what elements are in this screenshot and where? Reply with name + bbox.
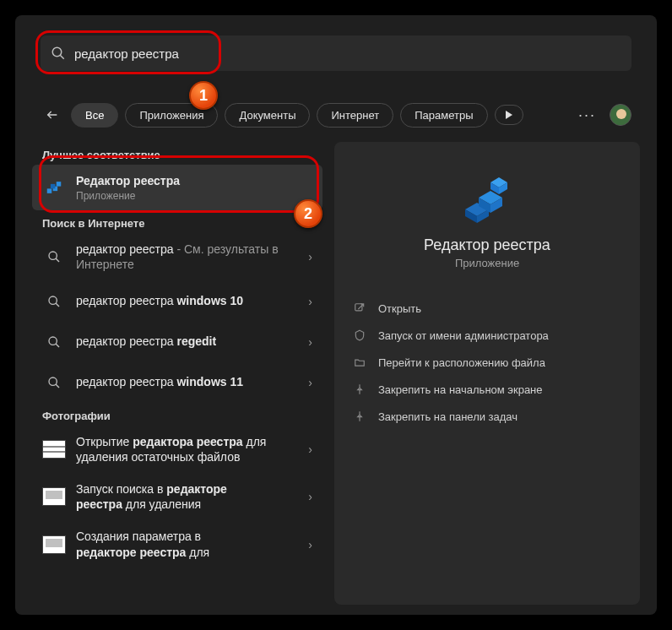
- arrow-left-icon: [46, 108, 59, 122]
- search-icon: [47, 376, 61, 389]
- photo-result[interactable]: Открытие редактора реестра для удаления …: [32, 426, 322, 473]
- chevron-right-icon: ›: [308, 295, 312, 308]
- svg-line-9: [56, 258, 59, 262]
- svg-point-8: [49, 252, 57, 259]
- svg-line-11: [56, 303, 59, 307]
- svg-point-12: [49, 337, 57, 345]
- best-match-title: Редактор реестра: [76, 173, 312, 188]
- image-thumb-icon: [42, 440, 66, 459]
- action-open-location[interactable]: Перейти к расположению файла: [348, 349, 626, 376]
- annotation-badge-1: 1: [189, 81, 218, 110]
- chevron-right-icon: ›: [308, 376, 312, 389]
- results-column: Лучшее соответствие Редактор реестра При…: [32, 142, 322, 615]
- svg-rect-25: [355, 304, 362, 311]
- action-label: Открыть: [378, 302, 421, 315]
- svg-point-14: [49, 377, 57, 385]
- chevron-right-icon: ›: [308, 490, 312, 503]
- web-result[interactable]: редактор реестра windows 10 ›: [32, 281, 322, 322]
- section-best-match: Лучшее соответствие: [32, 142, 322, 165]
- svg-point-10: [49, 296, 57, 304]
- web-result[interactable]: редактор реестра - См. результаты в Инте…: [32, 233, 322, 280]
- section-photos: Фотографии: [32, 403, 322, 426]
- best-match-result[interactable]: Редактор реестра Приложение: [32, 165, 322, 210]
- filter-more-arrow[interactable]: [495, 105, 523, 125]
- chevron-right-icon: ›: [308, 250, 312, 263]
- action-run-admin[interactable]: Запуск от имени администратора: [348, 322, 626, 349]
- user-avatar[interactable]: [610, 104, 631, 126]
- web-result[interactable]: редактор реестра windows 11 ›: [32, 362, 322, 403]
- shield-icon: [353, 329, 366, 342]
- more-options[interactable]: ···: [572, 106, 603, 124]
- details-panel: Редактор реестра Приложение Открыть Запу…: [334, 142, 640, 605]
- best-match-subtitle: Приложение: [76, 190, 312, 202]
- chevron-right-icon: ›: [308, 538, 312, 551]
- action-label: Запуск от имени администратора: [378, 329, 549, 342]
- svg-point-0: [52, 47, 62, 57]
- web-result[interactable]: редактор реестра regedit ›: [32, 322, 322, 362]
- pin-icon: [353, 383, 366, 396]
- search-icon: [47, 295, 61, 308]
- play-icon: [505, 111, 513, 119]
- action-pin-start[interactable]: Закрепить на начальном экране: [348, 376, 626, 403]
- pin-icon: [353, 410, 366, 423]
- annotation-badge-2: 2: [294, 199, 322, 228]
- svg-rect-4: [47, 188, 52, 193]
- chevron-right-icon: ›: [308, 443, 312, 456]
- svg-line-1: [60, 55, 64, 59]
- search-bar[interactable]: [41, 35, 631, 71]
- action-label: Закрепить на панели задач: [378, 410, 518, 423]
- action-label: Перейти к расположению файла: [378, 356, 545, 369]
- filter-settings[interactable]: Параметры: [400, 103, 487, 128]
- search-icon: [47, 250, 61, 263]
- panel-app-subtitle: Приложение: [348, 257, 626, 269]
- action-label: Закрепить на начальном экране: [378, 383, 543, 396]
- svg-line-15: [56, 384, 59, 388]
- search-input[interactable]: [74, 46, 621, 61]
- filter-row: Все Приложения Документы Интернет Параме…: [41, 98, 631, 132]
- chevron-right-icon: ›: [308, 335, 312, 349]
- action-open[interactable]: Открыть: [348, 295, 626, 322]
- svg-marker-3: [506, 111, 512, 119]
- image-thumb-icon: [42, 535, 66, 554]
- panel-app-title: Редактор реестра: [348, 236, 626, 254]
- filter-documents[interactable]: Документы: [225, 103, 310, 128]
- search-icon: [47, 335, 61, 349]
- filter-internet[interactable]: Интернет: [317, 103, 393, 128]
- photo-result[interactable]: Запуск поиска в редакторе реестра для уд…: [32, 473, 322, 520]
- svg-line-13: [56, 344, 59, 347]
- regedit-icon-large: [460, 172, 514, 226]
- section-web: Поиск в Интернете: [32, 210, 322, 233]
- search-icon: [51, 46, 66, 61]
- search-window: 1 2 Все Приложения Документы Интернет Па…: [15, 15, 657, 615]
- open-icon: [353, 301, 366, 315]
- folder-icon: [353, 356, 366, 369]
- action-pin-taskbar[interactable]: Закрепить на панели задач: [348, 403, 626, 430]
- image-thumb-icon: [42, 487, 66, 506]
- svg-rect-6: [57, 182, 62, 187]
- photo-result[interactable]: Создания параметра в редакторе реестра д…: [32, 520, 322, 568]
- filter-all[interactable]: Все: [71, 103, 118, 128]
- regedit-icon: [42, 176, 66, 199]
- svg-rect-7: [51, 184, 56, 189]
- back-button[interactable]: [41, 103, 64, 127]
